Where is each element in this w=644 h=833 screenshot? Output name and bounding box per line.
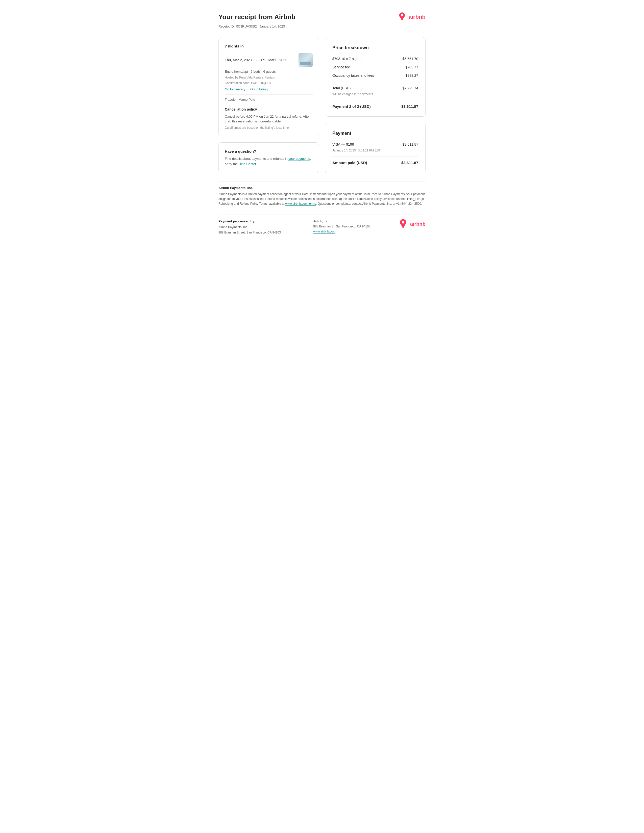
cutoff-text: Cutoff times are based on the listing's …	[225, 125, 313, 130]
host-info: Hosted by Pura Vida Rentals Rentals	[225, 75, 313, 80]
right-column: Price breakdown $793.10 x 7 nights $5,55…	[325, 37, 425, 173]
footer-processor-section: Payment processed by: Airbnb Payments, I…	[219, 219, 303, 235]
amount-paid-label: Amount paid (USD)	[332, 160, 367, 166]
charged-note: Will be charged in 2 payments	[332, 92, 418, 96]
footer-company-name: Airbnb Payments, Inc.	[219, 185, 425, 191]
price-breakdown-card: Price breakdown $793.10 x 7 nights $5,55…	[325, 37, 425, 117]
price-row-nights: $793.10 x 7 nights $5,551.70	[332, 56, 418, 61]
footer-processor-address: 888 Brannan Street, San Francisco, CA 94…	[219, 230, 303, 235]
total-value: $7,223.74	[402, 85, 418, 91]
payment-card: Payment VISA ···· 9196 $3,611.87 January…	[325, 123, 425, 173]
cancellation-heading: Cancellation policy	[225, 107, 313, 112]
go-to-listing-link[interactable]: Go to listing	[250, 87, 268, 92]
service-value: $783.77	[405, 64, 418, 70]
footer-airbnb-section: Airbnb, Inc. 888 Brannan St, San Francis…	[303, 219, 398, 234]
amount-paid-row: Amount paid (USD) $3,611.87	[332, 156, 418, 166]
payment-installment-row: Payment 2 of 2 (USD) $3,611.87	[332, 104, 418, 109]
footer-processed-label: Payment processed by:	[219, 219, 303, 224]
question-heading: Have a question?	[225, 149, 313, 154]
left-column: 7 nights in Thu, Mar 2, 2023 → Thu, Mar …	[219, 37, 319, 173]
footer-airbnb-website: www.airbnb.com	[313, 229, 398, 234]
payment-method-amount: $3,611.87	[402, 142, 418, 147]
payment-installment-value: $3,611.87	[401, 104, 418, 109]
price-breakdown-title: Price breakdown	[332, 44, 418, 51]
service-label: Service fee	[332, 64, 350, 70]
amount-paid-value: $3,611.87	[401, 160, 418, 166]
footer-bottom: Payment processed by: Airbnb Payments, I…	[219, 215, 425, 235]
legal-text-2: . Questions or complaints: contact Airbn…	[316, 202, 422, 206]
airbnb-logo-text-header: airbnb	[409, 13, 425, 21]
dates-row: Thu, Mar 2, 2023 → Thu, Mar 8, 2023	[225, 53, 313, 67]
property-thumbnail	[298, 53, 313, 67]
page-container: Your receipt from Airbnb airbnb Receipt …	[208, 0, 436, 247]
question-text: Find details about payments and refunds …	[225, 156, 313, 167]
footer-divider-top	[219, 181, 425, 182]
price-row-service: Service fee $783.77	[332, 64, 418, 70]
payment-method-name: VISA ···· 9196	[332, 142, 354, 147]
footer-processor-name: Airbnb Payments, Inc.	[219, 225, 303, 230]
payment-date: January 14, 2023 · 5:51:11 PM EST	[332, 148, 418, 153]
nights-label: $793.10 x 7 nights	[332, 56, 361, 61]
question-text-after: .	[256, 162, 257, 166]
total-label: Total (USD)	[332, 85, 351, 91]
taxes-value: $888.27	[405, 73, 418, 78]
price-divider-2	[332, 100, 418, 100]
receipt-id: Receipt ID: RC3RUV33S2 · January 14, 202…	[219, 24, 425, 29]
main-grid: 7 nights in Thu, Mar 2, 2023 → Thu, Mar …	[219, 37, 425, 173]
footer-legal: Airbnb Payments, Inc. Airbnb Payments is…	[219, 185, 425, 206]
airbnb-icon-footer	[398, 219, 408, 229]
check-out-date: Thu, Mar 8, 2023	[260, 58, 287, 63]
taxes-label: Occupancy taxes and fees	[332, 73, 374, 78]
booking-card: 7 nights in Thu, Mar 2, 2023 → Thu, Mar …	[219, 37, 319, 136]
airbnb-icon-header	[398, 12, 407, 21]
airbnb-logo-text-footer: airbnb	[410, 220, 425, 228]
links-row: Go to itinerary · Go to listing	[225, 87, 313, 92]
go-to-itinerary-link[interactable]: Go to itinerary	[225, 87, 245, 92]
footer-logo-section: airbnb	[398, 219, 425, 229]
traveler-info: Traveler: Marco Polo	[225, 95, 313, 102]
nights-heading: 7 nights in	[225, 43, 313, 49]
payment-method-row: VISA ···· 9196 $3,611.87	[332, 142, 418, 147]
page-title: Your receipt from Airbnb	[219, 12, 295, 22]
footer-legal-text: Airbnb Payments is a limited payment col…	[219, 192, 425, 206]
question-text-before: Find details about payments and refunds …	[225, 157, 288, 161]
payment-title: Payment	[332, 130, 418, 137]
cancellation-text: Cancel before 4:00 PM on Jan 22 for a pa…	[225, 114, 313, 124]
price-divider	[332, 82, 418, 82]
price-row-taxes: Occupancy taxes and fees $888.27	[332, 73, 418, 78]
page-header: Your receipt from Airbnb airbnb	[219, 12, 425, 22]
property-details: Entire home/apt · 6 beds · 6 guests	[225, 69, 313, 74]
link-separator: ·	[248, 87, 248, 92]
your-payments-link[interactable]: your payments	[288, 157, 310, 161]
nights-value: $5,551.70	[402, 56, 418, 61]
total-row: Total (USD) $7,223.74	[332, 85, 418, 91]
question-card: Have a question? Find details about paym…	[219, 142, 319, 173]
footer-airbnb-address: 888 Brannan St, San Francisco, CA 94103	[313, 224, 398, 229]
terms-link[interactable]: www.airbnb.com/terms	[285, 202, 316, 206]
payment-installment-label: Payment 2 of 2 (USD)	[332, 104, 371, 109]
confirmation-code: Confirmation code: HM5P28QDHY	[225, 81, 313, 85]
cancellation-section: Cancellation policy Cancel before 4:00 P…	[225, 107, 313, 130]
property-thumb-image	[298, 53, 313, 67]
airbnb-logo-footer: airbnb	[398, 219, 425, 229]
airbnb-logo-header: airbnb	[398, 12, 425, 21]
arrow-icon: →	[254, 58, 258, 63]
airbnb-website-link[interactable]: www.airbnb.com	[313, 230, 335, 233]
check-in-date: Thu, Mar 2, 2023	[225, 58, 252, 63]
footer-airbnb-name: Airbnb, Inc.	[313, 219, 398, 224]
help-center-link[interactable]: Help Center	[239, 162, 256, 166]
